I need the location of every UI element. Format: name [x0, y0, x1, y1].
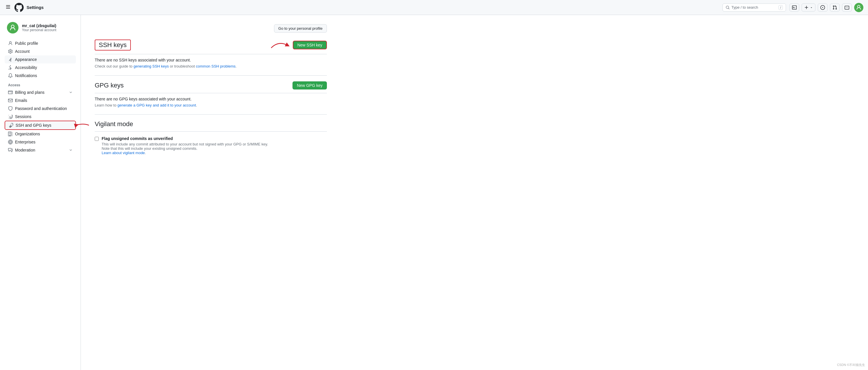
gpg-empty-msg: There are no GPG keys associated with yo…: [95, 97, 327, 101]
ssh-help-link2[interactable]: common SSH problems: [196, 64, 236, 68]
sidebar-label-notifications: Notifications: [15, 73, 37, 78]
key-icon: [9, 123, 13, 128]
ssh-help-link1[interactable]: generating SSH keys: [133, 64, 168, 68]
watermark: CSDN ©不叫猫先生: [837, 363, 865, 367]
sidebar-item-public-profile[interactable]: Public profile: [5, 39, 76, 47]
new-gpg-key-button[interactable]: New GPG key: [292, 81, 327, 90]
sidebar: mr_cat (zbsguilai) Your personal account…: [0, 15, 81, 370]
vigilant-learn-link[interactable]: Learn about vigilant mode: [102, 150, 145, 155]
gpg-help-suffix: .: [196, 103, 197, 107]
ssh-gpg-divider: [95, 75, 327, 76]
shield-icon: [8, 106, 13, 111]
ssh-help-text: Check out our guide to generating SSH ke…: [95, 64, 327, 68]
organization-icon: [8, 132, 13, 136]
sidebar-label-password: Password and authentication: [15, 106, 67, 111]
sidebar-item-emails[interactable]: Emails: [5, 96, 76, 104]
main-layout: mr_cat (zbsguilai) Your personal account…: [0, 15, 868, 370]
sidebar-avatar: [7, 22, 19, 33]
search-icon: [726, 5, 730, 9]
globe-icon: [8, 140, 13, 144]
sidebar-item-sessions[interactable]: Sessions: [5, 112, 76, 121]
access-section-label: Access: [5, 80, 76, 88]
mail-icon: [8, 98, 13, 103]
topnav-left: Settings: [5, 3, 719, 12]
vigilant-checkbox[interactable]: [95, 137, 99, 141]
create-button[interactable]: [802, 3, 815, 11]
vigilant-title: Vigilant mode: [95, 120, 327, 128]
new-ssh-key-wrapper: New SSH key: [293, 41, 327, 49]
sidebar-label-appearance: Appearance: [15, 57, 37, 62]
hamburger-button[interactable]: [5, 3, 11, 11]
broadcast-icon: [8, 114, 13, 119]
gpg-help-prefix: Learn how to: [95, 103, 118, 107]
sidebar-profile: mr_cat (zbsguilai) Your personal account: [5, 22, 76, 33]
sidebar-arrow-icon: [73, 120, 90, 130]
sidebar-label-sessions: Sessions: [15, 114, 31, 119]
vigilant-desc2: Note that this will include your existin…: [102, 146, 197, 150]
chevron-down-icon: [69, 91, 72, 94]
gpg-vigilant-divider: [95, 114, 327, 114]
sidebar-label-accessibility: Accessibility: [15, 65, 37, 70]
terminal-button[interactable]: [789, 3, 799, 11]
vigilant-section: Vigilant mode Flag unsigned commits as u…: [95, 120, 327, 155]
gear-icon: [8, 49, 13, 54]
topnav-title: Settings: [27, 5, 43, 10]
sidebar-access-nav: Billing and plans Emails: [5, 88, 76, 154]
ssh-section: SSH keys New SSH key There are no SSH ke: [95, 39, 327, 68]
sidebar-item-billing[interactable]: Billing and plans: [5, 88, 76, 96]
vigilant-desc1: This will include any commit attributed …: [102, 142, 268, 146]
inbox-button[interactable]: [842, 3, 852, 11]
paintbrush-icon: [8, 57, 13, 62]
new-ssh-key-button[interactable]: New SSH key: [293, 41, 327, 49]
sidebar-item-account[interactable]: Account: [5, 47, 76, 56]
sidebar-subtitle: Your personal account: [22, 28, 56, 32]
sidebar-profile-info: mr_cat (zbsguilai) Your personal account: [22, 23, 56, 32]
sidebar-item-ssh-gpg[interactable]: SSH and GPG keys: [5, 121, 76, 130]
go-to-profile-button[interactable]: Go to your personal profile: [274, 24, 327, 33]
sidebar-label-emails: Emails: [15, 98, 27, 103]
go-to-profile-area: Go to your personal profile: [95, 24, 327, 33]
new-ssh-arrow-icon: [270, 39, 290, 51]
vigilant-checkbox-desc: This will include any commit attributed …: [102, 142, 268, 155]
sidebar-item-notifications[interactable]: Notifications: [5, 72, 76, 80]
sidebar-label-public-profile: Public profile: [15, 41, 38, 45]
gpg-section-header: GPG keys New GPG key: [95, 81, 327, 93]
sidebar-item-appearance[interactable]: Appearance: [5, 56, 76, 64]
vigilant-checkbox-content: Flag unsigned commits as unverified This…: [102, 136, 268, 155]
sidebar-label-moderation: Moderation: [15, 148, 35, 153]
sidebar-label-organizations: Organizations: [15, 132, 40, 136]
ssh-empty-msg: There are no SSH keys associated with yo…: [95, 58, 327, 62]
sidebar-username: mr_cat (zbsguilai): [22, 23, 56, 28]
ssh-help-suffix: .: [236, 64, 237, 68]
github-logo: [14, 3, 24, 12]
issues-button[interactable]: [818, 3, 828, 11]
user-avatar[interactable]: [854, 3, 863, 12]
accessibility-icon: [8, 65, 13, 70]
ssh-section-header: SSH keys New SSH key: [95, 39, 327, 54]
gpg-help-text: Learn how to generate a GPG key and add …: [95, 103, 327, 107]
sidebar-label-account: Account: [15, 49, 30, 54]
search-bar[interactable]: Type / to search /: [722, 3, 786, 11]
vigilant-divider: [95, 131, 327, 132]
sidebar-label-billing: Billing and plans: [15, 90, 44, 95]
vigilant-checkbox-label[interactable]: Flag unsigned commits as unverified: [102, 136, 173, 141]
sidebar-label-enterprises: Enterprises: [15, 140, 35, 144]
comment-icon: [8, 148, 13, 153]
sidebar-item-enterprises[interactable]: Enterprises: [5, 138, 76, 146]
sidebar-item-accessibility[interactable]: Accessibility: [5, 64, 76, 72]
main-content: Go to your personal profile SSH keys New…: [81, 15, 341, 370]
pullrequest-button[interactable]: [830, 3, 840, 11]
vigilant-checkbox-row: Flag unsigned commits as unverified This…: [95, 136, 327, 155]
bell-icon: [8, 73, 13, 78]
gpg-help-link1[interactable]: generate a GPG key and add it to your ac…: [118, 103, 196, 107]
sidebar-item-organizations[interactable]: Organizations: [5, 130, 76, 138]
sidebar-item-moderation[interactable]: Moderation: [5, 146, 76, 154]
card-icon: [8, 90, 13, 95]
sidebar-label-ssh-gpg: SSH and GPG keys: [16, 123, 52, 128]
sidebar-nav: Public profile Account Appearanc: [5, 39, 76, 80]
ssh-section-title: SSH keys: [95, 39, 131, 51]
search-kbd: /: [778, 5, 783, 10]
gpg-section-title: GPG keys: [95, 82, 124, 89]
sidebar-item-password[interactable]: Password and authentication: [5, 104, 76, 112]
top-navigation: Settings Type / to search /: [0, 0, 868, 15]
